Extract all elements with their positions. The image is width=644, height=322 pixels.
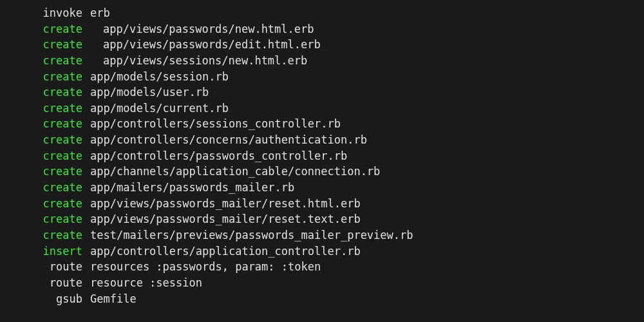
file-path: Gemfile: [82, 291, 137, 307]
action-label: insert: [0, 243, 82, 260]
action-label: create: [0, 132, 82, 148]
file-path: app/controllers/passwords_controller.rb: [82, 148, 347, 164]
file-path: resources :passwords, param: :token: [82, 259, 321, 275]
output-line: createapp/views/passwords/new.html.erb: [0, 21, 644, 37]
file-path: erb: [82, 5, 110, 21]
action-label: create: [0, 53, 82, 69]
output-line: createapp/views/passwords_mailer/reset.t…: [0, 211, 644, 227]
action-label: create: [0, 84, 82, 100]
action-label: create: [0, 227, 82, 243]
output-line: createapp/controllers/passwords_controll…: [0, 148, 644, 164]
action-label: create: [0, 116, 82, 132]
output-line: createapp/views/passwords_mailer/reset.h…: [0, 196, 644, 212]
file-path: test/mailers/previews/passwords_mailer_p…: [82, 227, 413, 243]
output-line: invokeerb: [0, 5, 644, 21]
output-line: createapp/models/session.rb: [0, 69, 644, 85]
action-label: invoke: [0, 5, 82, 21]
file-path: app/controllers/concerns/authentication.…: [82, 132, 367, 148]
output-line: insertapp/controllers/application_contro…: [0, 243, 644, 260]
file-path: app/views/passwords_mailer/reset.html.er…: [82, 196, 361, 212]
file-path: app/views/passwords/new.html.erb: [82, 21, 314, 37]
action-label: create: [0, 37, 82, 53]
file-path: app/models/current.rb: [82, 100, 229, 117]
output-line: createapp/models/user.rb: [0, 84, 644, 100]
action-label: route: [0, 259, 82, 275]
file-path: app/controllers/sessions_controller.rb: [82, 116, 341, 132]
action-label: create: [0, 148, 82, 164]
action-label: create: [0, 69, 82, 85]
file-path: resource :session: [82, 275, 202, 291]
file-path: app/controllers/application_controller.r…: [82, 243, 361, 260]
file-path: app/views/passwords/edit.html.erb: [82, 37, 321, 53]
output-line: createtest/mailers/previews/passwords_ma…: [0, 227, 644, 243]
action-label: route: [0, 275, 82, 291]
output-line: createapp/views/sessions/new.html.erb: [0, 53, 644, 69]
file-path: app/mailers/passwords_mailer.rb: [82, 180, 294, 196]
file-path: app/channels/application_cable/connectio…: [82, 164, 380, 180]
output-line: createapp/channels/application_cable/con…: [0, 164, 644, 180]
action-label: create: [0, 164, 82, 180]
file-path: app/views/passwords_mailer/reset.text.er…: [82, 211, 361, 227]
action-label: create: [0, 196, 82, 212]
file-path: app/models/user.rb: [82, 84, 209, 100]
output-line: createapp/mailers/passwords_mailer.rb: [0, 180, 644, 196]
action-label: create: [0, 21, 82, 37]
output-line: routeresource :session: [0, 275, 644, 291]
output-line: routeresources :passwords, param: :token: [0, 259, 644, 275]
output-line: createapp/controllers/sessions_controlle…: [0, 116, 644, 132]
action-label: create: [0, 211, 82, 227]
output-line: gsubGemfile: [0, 291, 644, 307]
terminal-output: invokeerbcreateapp/views/passwords/new.h…: [0, 5, 644, 307]
output-line: createapp/models/current.rb: [0, 100, 644, 117]
file-path: app/views/sessions/new.html.erb: [82, 53, 307, 69]
action-label: create: [0, 100, 82, 117]
action-label: gsub: [0, 291, 82, 307]
action-label: create: [0, 180, 82, 196]
file-path: app/models/session.rb: [82, 69, 229, 85]
output-line: createapp/views/passwords/edit.html.erb: [0, 37, 644, 53]
output-line: createapp/controllers/concerns/authentic…: [0, 132, 644, 148]
